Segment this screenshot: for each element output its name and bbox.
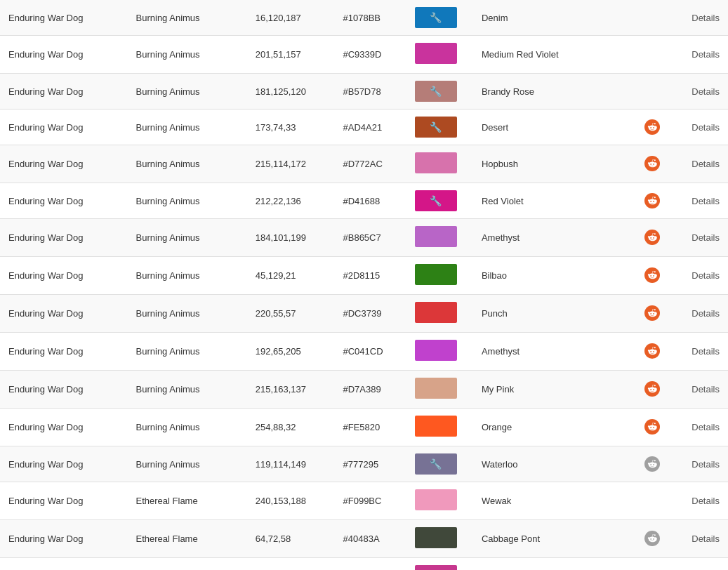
color-name: Hopbush bbox=[473, 145, 633, 183]
color-swatch-cell bbox=[406, 333, 473, 371]
war-name: Enduring War Dog bbox=[0, 257, 128, 295]
color-swatch bbox=[415, 152, 457, 173]
flame-name: Burning Animus bbox=[128, 145, 247, 183]
color-swatch bbox=[415, 416, 457, 437]
details-cell: Details bbox=[673, 409, 728, 446]
color-swatch bbox=[415, 340, 457, 361]
flame-name: Burning Animus bbox=[128, 183, 247, 219]
table-row: Enduring War DogBurning Animus215,114,17… bbox=[0, 145, 728, 183]
reddit-icon[interactable] bbox=[644, 156, 660, 171]
details-link[interactable]: Details bbox=[691, 232, 720, 243]
reddit-icon[interactable] bbox=[644, 531, 660, 546]
details-cell: Details bbox=[673, 333, 728, 371]
rgb-value: 212,22,136 bbox=[247, 183, 335, 219]
wrench-icon: 🔧 bbox=[430, 458, 442, 470]
rgb-value: 215,114,172 bbox=[247, 145, 335, 183]
reddit-icon-cell bbox=[633, 333, 673, 371]
details-link[interactable]: Details bbox=[691, 270, 720, 281]
color-name: Red Violet bbox=[473, 183, 633, 219]
hex-value: #D7A389 bbox=[335, 371, 406, 409]
details-link[interactable]: Details bbox=[691, 422, 720, 432]
details-link[interactable]: Details bbox=[691, 13, 720, 23]
color-swatch: 🔧 bbox=[415, 453, 457, 475]
details-link[interactable]: Details bbox=[691, 496, 720, 506]
hex-value: #C041CD bbox=[335, 333, 406, 371]
table-row: Enduring War DogBurning Animus192,65,205… bbox=[0, 333, 728, 371]
flame-name: Burning Animus bbox=[128, 219, 247, 257]
war-name: Enduring War Dog bbox=[0, 145, 128, 183]
table-row: Enduring War DogBurning Animus254,88,32#… bbox=[0, 409, 728, 446]
color-swatch: 🔧 bbox=[415, 117, 457, 138]
color-swatch-cell: 🔧 bbox=[406, 110, 473, 145]
reddit-icon[interactable] bbox=[644, 456, 660, 472]
flame-name: Burning Animus bbox=[128, 295, 247, 333]
details-link[interactable]: Details bbox=[691, 459, 720, 470]
details-link[interactable]: Details bbox=[691, 49, 720, 60]
hex-value: #DC3739 bbox=[335, 295, 406, 333]
table-row: Enduring War DogBurning Animus215,163,13… bbox=[0, 371, 728, 409]
war-name: Enduring War Dog bbox=[0, 0, 128, 36]
color-swatch-cell bbox=[406, 520, 473, 558]
war-name: Enduring War Dog bbox=[0, 110, 128, 145]
flame-name: Burning Animus bbox=[128, 371, 247, 409]
details-link[interactable]: Details bbox=[691, 122, 720, 133]
reddit-icon[interactable] bbox=[644, 419, 660, 435]
hex-value: #1078BB bbox=[335, 0, 406, 36]
details-link[interactable]: Details bbox=[691, 196, 720, 206]
war-name: Enduring War Dog bbox=[0, 36, 128, 74]
reddit-icon[interactable] bbox=[644, 193, 660, 208]
rgb-value: 64,72,58 bbox=[247, 520, 335, 558]
reddit-icon-cell bbox=[633, 219, 673, 257]
war-name: Enduring War Dog bbox=[0, 295, 128, 333]
color-swatch: 🔧 bbox=[415, 190, 457, 211]
reddit-icon[interactable] bbox=[644, 343, 660, 359]
war-name: Enduring War Dog bbox=[0, 183, 128, 219]
table-row: Enduring War DogBurning Animus119,114,14… bbox=[0, 446, 728, 482]
color-name: Medium Red Violet bbox=[473, 558, 633, 571]
details-cell: Details bbox=[673, 219, 728, 257]
war-name: Enduring War Dog bbox=[0, 371, 128, 409]
reddit-icon-cell bbox=[633, 183, 673, 219]
hex-value: #D772AC bbox=[335, 145, 406, 183]
war-name: Enduring War Dog bbox=[0, 74, 128, 110]
reddit-icon[interactable] bbox=[644, 119, 660, 135]
color-swatch-cell bbox=[406, 219, 473, 257]
color-swatch-cell: 🔧 bbox=[406, 0, 473, 36]
hex-value: #D41688 bbox=[335, 183, 406, 219]
hex-value: #F099BC bbox=[335, 482, 406, 520]
table-row: Enduring War DogBurning Animus184,101,19… bbox=[0, 219, 728, 257]
color-swatch bbox=[415, 565, 457, 570]
flame-name: Burning Animus bbox=[128, 409, 247, 446]
color-name: Amethyst bbox=[473, 219, 633, 257]
hex-value: #777295 bbox=[335, 446, 406, 482]
color-swatch-cell bbox=[406, 558, 473, 571]
color-swatch-cell: 🔧 bbox=[406, 183, 473, 219]
details-link[interactable]: Details bbox=[691, 86, 720, 97]
details-cell: Details bbox=[673, 36, 728, 74]
details-cell: Details bbox=[673, 558, 728, 571]
details-link[interactable]: Details bbox=[691, 346, 720, 357]
flame-name: Ethereal Flame bbox=[128, 558, 247, 571]
hex-value: #AD4A21 bbox=[335, 110, 406, 145]
reddit-icon-cell bbox=[633, 74, 673, 110]
wrench-icon: 🔧 bbox=[430, 121, 442, 133]
reddit-icon[interactable] bbox=[644, 267, 660, 283]
details-link[interactable]: Details bbox=[691, 533, 720, 544]
flame-name: Burning Animus bbox=[128, 74, 247, 110]
details-cell: Details bbox=[673, 371, 728, 409]
color-swatch-cell: 🔧 bbox=[406, 74, 473, 110]
war-name: Enduring War Dog bbox=[0, 409, 128, 446]
color-swatch: 🔧 bbox=[415, 81, 457, 102]
flame-name: Burning Animus bbox=[128, 257, 247, 295]
details-link[interactable]: Details bbox=[691, 159, 720, 169]
reddit-icon-cell bbox=[633, 446, 673, 482]
color-swatch-cell bbox=[406, 482, 473, 520]
reddit-icon[interactable] bbox=[644, 305, 660, 321]
details-link[interactable]: Details bbox=[691, 308, 720, 319]
color-swatch-cell bbox=[406, 409, 473, 446]
details-link[interactable]: Details bbox=[691, 384, 720, 395]
reddit-icon[interactable] bbox=[644, 381, 660, 397]
color-name: Desert bbox=[473, 110, 633, 145]
reddit-icon[interactable] bbox=[644, 230, 660, 245]
color-name: Orange bbox=[473, 409, 633, 446]
